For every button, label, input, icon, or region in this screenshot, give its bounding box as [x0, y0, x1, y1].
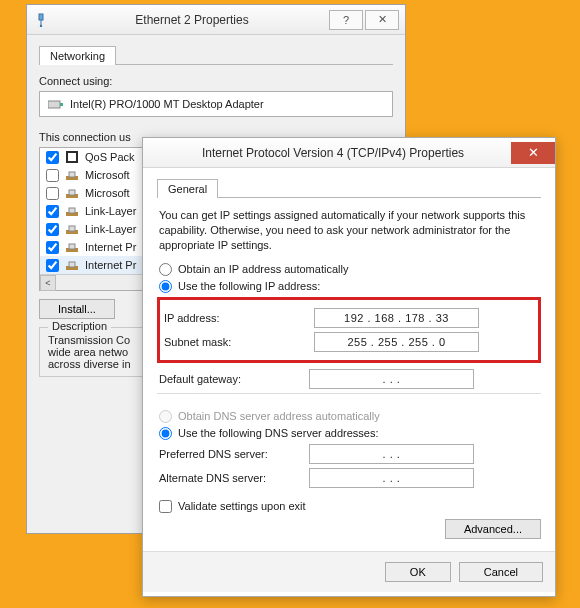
item-checkbox[interactable] [46, 151, 59, 164]
radio-use-ip[interactable]: Use the following IP address: [159, 280, 539, 293]
install-button[interactable]: Install... [39, 299, 115, 319]
adapter-name: Intel(R) PRO/1000 MT Desktop Adapter [70, 98, 264, 110]
svg-rect-0 [39, 14, 43, 20]
protocol-icon [65, 222, 79, 236]
close-icon: ✕ [528, 145, 539, 160]
preferred-dns-label: Preferred DNS server: [159, 448, 309, 460]
svg-rect-4 [60, 103, 63, 106]
ethernet-icon [33, 12, 49, 28]
ip-address-field[interactable]: 192 . 168 . 178 . 33 [314, 308, 479, 328]
radio-use-dns-input[interactable] [159, 427, 172, 440]
dialog-footer: OK Cancel [143, 551, 555, 592]
svg-rect-10 [69, 190, 75, 195]
ok-button[interactable]: OK [385, 562, 451, 582]
radio-use-dns[interactable]: Use the following DNS server addresses: [159, 427, 539, 440]
radio-obtain-dns: Obtain DNS server address automatically [159, 410, 539, 423]
tab-general[interactable]: General [157, 179, 218, 198]
scroll-left-icon[interactable]: < [40, 275, 56, 291]
front-window-title: Internet Protocol Version 4 (TCP/IPv4) P… [155, 146, 511, 160]
back-titlebar: Ethernet 2 Properties ? ✕ [27, 5, 405, 35]
subnet-mask-label: Subnet mask: [164, 336, 314, 348]
protocol-icon [65, 258, 79, 272]
svg-rect-14 [69, 226, 75, 231]
item-checkbox[interactable] [46, 259, 59, 272]
radio-obtain-ip-input[interactable] [159, 263, 172, 276]
help-button[interactable]: ? [329, 10, 363, 30]
ipv4-properties-window: Internet Protocol Version 4 (TCP/IPv4) P… [142, 137, 556, 597]
protocol-icon [65, 240, 79, 254]
close-button-back[interactable]: ✕ [365, 10, 399, 30]
subnet-mask-field[interactable]: 255 . 255 . 255 . 0 [314, 332, 479, 352]
tab-networking[interactable]: Networking [39, 46, 116, 65]
qos-icon [65, 150, 79, 164]
svg-rect-18 [69, 262, 75, 267]
advanced-button[interactable]: Advanced... [445, 519, 541, 539]
connect-using-label: Connect using: [39, 75, 393, 87]
validate-settings-row[interactable]: Validate settings upon exit [159, 500, 539, 513]
description-legend: Description [48, 320, 111, 332]
alternate-dns-label: Alternate DNS server: [159, 472, 309, 484]
svg-rect-3 [48, 101, 60, 108]
alternate-dns-field[interactable]: . . . [309, 468, 474, 488]
info-text: You can get IP settings assigned automat… [159, 208, 539, 253]
radio-obtain-ip[interactable]: Obtain an IP address automatically [159, 263, 539, 276]
svg-rect-12 [69, 208, 75, 213]
protocol-icon [65, 168, 79, 182]
svg-rect-16 [69, 244, 75, 249]
item-checkbox[interactable] [46, 169, 59, 182]
ip-address-label: IP address: [164, 312, 314, 324]
back-window-title: Ethernet 2 Properties [57, 13, 327, 27]
protocol-icon [65, 204, 79, 218]
front-titlebar: Internet Protocol Version 4 (TCP/IPv4) P… [143, 138, 555, 168]
front-tabbar: General [157, 176, 541, 198]
network-adapter-icon [48, 98, 64, 110]
svg-rect-6 [68, 153, 76, 161]
item-checkbox[interactable] [46, 241, 59, 254]
item-checkbox[interactable] [46, 205, 59, 218]
cancel-button[interactable]: Cancel [459, 562, 543, 582]
svg-rect-8 [69, 172, 75, 177]
item-checkbox[interactable] [46, 187, 59, 200]
back-tabbar: Networking [39, 43, 393, 65]
adapter-selector[interactable]: Intel(R) PRO/1000 MT Desktop Adapter [39, 91, 393, 117]
radio-use-ip-input[interactable] [159, 280, 172, 293]
item-checkbox[interactable] [46, 223, 59, 236]
radio-obtain-dns-input [159, 410, 172, 423]
validate-checkbox[interactable] [159, 500, 172, 513]
default-gateway-label: Default gateway: [159, 373, 309, 385]
default-gateway-field[interactable]: . . . [309, 369, 474, 389]
close-button-front[interactable]: ✕ [511, 142, 555, 164]
preferred-dns-field[interactable]: . . . [309, 444, 474, 464]
highlighted-ip-fields: IP address: 192 . 168 . 178 . 33 Subnet … [157, 297, 541, 363]
protocol-icon [65, 186, 79, 200]
svg-point-2 [40, 24, 42, 26]
